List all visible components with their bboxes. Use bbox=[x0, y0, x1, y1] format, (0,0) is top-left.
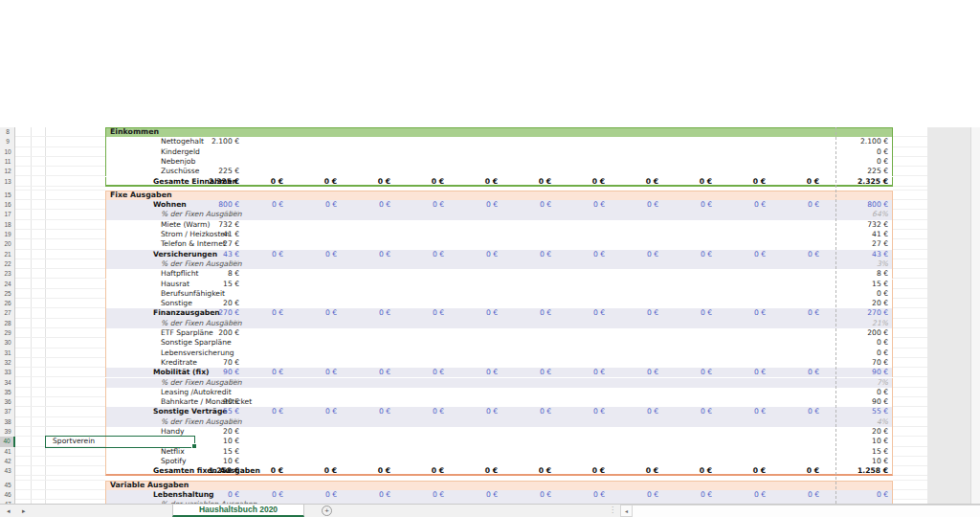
cell-D38[interactable]: 4% bbox=[194, 417, 246, 427]
row-header-13[interactable]: 13 bbox=[0, 177, 15, 187]
cell-P16[interactable]: 800 € bbox=[835, 200, 893, 210]
cell-O21[interactable]: 0 € bbox=[782, 250, 835, 259]
cell-F21[interactable]: 0 € bbox=[300, 250, 353, 259]
cell-D32[interactable]: 70 € bbox=[194, 358, 246, 368]
cell-H13[interactable]: 0 € bbox=[407, 177, 460, 187]
cell-P23[interactable]: 8 € bbox=[835, 269, 893, 279]
vertical-scrollbar[interactable] bbox=[970, 127, 980, 504]
cell-C30[interactable]: Sonstige Sparpläne bbox=[161, 338, 232, 348]
cell-E37[interactable]: 0 € bbox=[246, 407, 300, 416]
row-header-12[interactable]: 12 bbox=[0, 167, 15, 176]
cell-C25[interactable]: Berufsunfähigkeit bbox=[161, 289, 225, 299]
row-header-30[interactable]: 30 bbox=[0, 338, 15, 348]
cell-M13[interactable]: 0 € bbox=[675, 177, 728, 187]
cell-E13[interactable]: 0 € bbox=[246, 177, 300, 187]
row-header-35[interactable]: 35 bbox=[0, 388, 15, 397]
cell-P27[interactable]: 270 € bbox=[835, 308, 893, 318]
cell-N37[interactable]: 0 € bbox=[728, 407, 782, 416]
cell-P21[interactable]: 43 € bbox=[835, 250, 893, 259]
cell-J21[interactable]: 0 € bbox=[514, 250, 568, 259]
row-header-43[interactable]: 43 bbox=[0, 466, 15, 476]
row-header-16[interactable]: 16 bbox=[0, 200, 15, 210]
row-header-8[interactable]: 8 bbox=[0, 127, 15, 137]
cell-I37[interactable]: 0 € bbox=[460, 407, 514, 416]
cell-C24[interactable]: Hausrat bbox=[161, 280, 189, 289]
cell-I21[interactable]: 0 € bbox=[460, 250, 514, 259]
cell-D28[interactable]: 21% bbox=[194, 319, 246, 328]
cell-F43[interactable]: 0 € bbox=[300, 466, 353, 476]
cell-P32[interactable]: 70 € bbox=[835, 358, 893, 368]
cell-J16[interactable]: 0 € bbox=[514, 200, 568, 210]
cell-D19[interactable]: 41 € bbox=[194, 230, 246, 239]
cell-P10[interactable]: 0 € bbox=[835, 147, 893, 157]
cell-D33[interactable]: 90 € bbox=[194, 368, 246, 377]
cell-P13[interactable]: 2.325 € bbox=[835, 177, 893, 187]
cell-K21[interactable]: 0 € bbox=[568, 250, 621, 259]
cell-G13[interactable]: 0 € bbox=[353, 177, 407, 187]
cell-N16[interactable]: 0 € bbox=[728, 200, 782, 210]
row-header-36[interactable]: 36 bbox=[0, 397, 15, 407]
cell-K13[interactable]: 0 € bbox=[568, 177, 621, 187]
cell-H27[interactable]: 0 € bbox=[407, 308, 460, 318]
cell-P22[interactable]: 3% bbox=[835, 259, 893, 269]
cell-G46[interactable]: 0 € bbox=[353, 490, 407, 500]
cell-O13[interactable]: 0 € bbox=[782, 177, 835, 187]
cell-G43[interactable]: 0 € bbox=[353, 466, 407, 476]
sheet-tab-active[interactable]: Haushaltsbuch 2020 bbox=[172, 505, 304, 517]
cell-M37[interactable]: 0 € bbox=[675, 407, 728, 416]
row-header-18[interactable]: 18 bbox=[0, 220, 15, 230]
cell-D36[interactable]: 90 € bbox=[194, 397, 246, 407]
cell-E43[interactable]: 0 € bbox=[246, 466, 300, 476]
cell-P12[interactable]: 225 € bbox=[835, 167, 893, 176]
cell-L33[interactable]: 0 € bbox=[621, 368, 675, 377]
cell-C31[interactable]: Lebensversicherung bbox=[161, 348, 234, 358]
cell-C15[interactable]: Fixe Ausgaben bbox=[110, 191, 172, 200]
cell-E46[interactable]: 0 € bbox=[246, 490, 300, 500]
row-header-46[interactable]: 46 bbox=[0, 490, 15, 500]
row-header-33[interactable]: 33 bbox=[0, 368, 15, 377]
cell-D42[interactable]: 10 € bbox=[194, 457, 246, 466]
cell-E21[interactable]: 0 € bbox=[246, 250, 300, 259]
cell-I46[interactable]: 0 € bbox=[460, 490, 514, 500]
cell-D43[interactable]: 1.258 € bbox=[194, 466, 246, 476]
cell-P29[interactable]: 200 € bbox=[835, 328, 893, 338]
cell-N46[interactable]: 0 € bbox=[728, 490, 782, 500]
cell-H21[interactable]: 0 € bbox=[407, 250, 460, 259]
cell-D24[interactable]: 15 € bbox=[194, 280, 246, 289]
cell-P38[interactable]: 4% bbox=[835, 417, 893, 427]
cell-L27[interactable]: 0 € bbox=[621, 308, 675, 318]
cell-D13[interactable]: 2.325 € bbox=[194, 177, 246, 187]
cell-M27[interactable]: 0 € bbox=[675, 308, 728, 318]
row-header-39[interactable]: 39 bbox=[0, 427, 15, 437]
cell-P20[interactable]: 27 € bbox=[835, 239, 893, 249]
row-header-40[interactable]: 40 bbox=[0, 437, 15, 446]
cell-N21[interactable]: 0 € bbox=[728, 250, 782, 259]
cell-P33[interactable]: 90 € bbox=[835, 368, 893, 377]
row-header-9[interactable]: 9 bbox=[0, 137, 15, 146]
cell-C35[interactable]: Leasing /Autokredit bbox=[161, 388, 232, 397]
row-header-26[interactable]: 26 bbox=[0, 299, 15, 308]
cell-L13[interactable]: 0 € bbox=[621, 177, 675, 187]
cell-D46[interactable]: 0 € bbox=[194, 490, 246, 500]
cell-C10[interactable]: Kindergeld bbox=[161, 147, 200, 157]
cell-L46[interactable]: 0 € bbox=[621, 490, 675, 500]
cell-P46[interactable]: 0 € bbox=[835, 490, 893, 500]
cell-D39[interactable]: 20 € bbox=[194, 427, 246, 437]
cell-H33[interactable]: 0 € bbox=[407, 368, 460, 377]
cell-C45[interactable]: Variable Ausgaben bbox=[110, 481, 189, 490]
cell-H46[interactable]: 0 € bbox=[407, 490, 460, 500]
cell-C42[interactable]: Spotify bbox=[161, 457, 186, 466]
cell-I43[interactable]: 0 € bbox=[460, 466, 514, 476]
cell-D40[interactable]: 10 € bbox=[194, 437, 246, 446]
row-header-34[interactable]: 34 bbox=[0, 378, 15, 388]
cell-M33[interactable]: 0 € bbox=[675, 368, 728, 377]
cell-H37[interactable]: 0 € bbox=[407, 407, 460, 416]
row-header-23[interactable]: 23 bbox=[0, 269, 15, 279]
row-header-25[interactable]: 25 bbox=[0, 289, 15, 299]
cell-M16[interactable]: 0 € bbox=[675, 200, 728, 210]
cell-G37[interactable]: 0 € bbox=[353, 407, 407, 416]
cell-D23[interactable]: 8 € bbox=[194, 269, 246, 279]
cell-P37[interactable]: 55 € bbox=[835, 407, 893, 416]
cell-D12[interactable]: 225 € bbox=[194, 167, 246, 176]
cell-K37[interactable]: 0 € bbox=[568, 407, 621, 416]
